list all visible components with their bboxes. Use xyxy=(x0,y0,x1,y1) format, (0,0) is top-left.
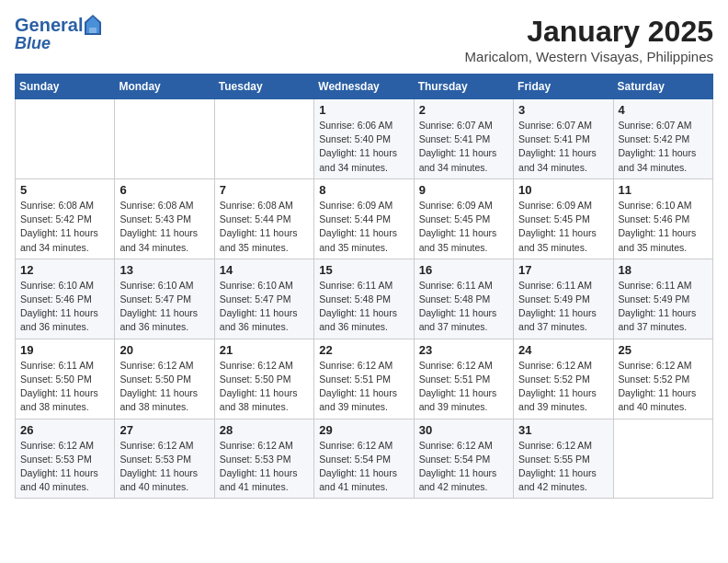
calendar-cell: 4Sunrise: 6:07 AM Sunset: 5:42 PM Daylig… xyxy=(613,99,712,179)
day-info: Sunrise: 6:08 AM Sunset: 5:43 PM Dayligh… xyxy=(119,199,209,255)
calendar-cell: 9Sunrise: 6:09 AM Sunset: 5:45 PM Daylig… xyxy=(414,178,513,259)
calendar-cell xyxy=(214,99,313,179)
day-number: 13 xyxy=(119,263,209,277)
day-info: Sunrise: 6:12 AM Sunset: 5:53 PM Dayligh… xyxy=(119,439,209,495)
day-number: 31 xyxy=(518,423,608,437)
calendar-cell xyxy=(115,99,214,179)
calendar-cell: 27Sunrise: 6:12 AM Sunset: 5:53 PM Dayli… xyxy=(115,419,214,499)
day-info: Sunrise: 6:12 AM Sunset: 5:53 PM Dayligh… xyxy=(20,439,109,495)
day-number: 1 xyxy=(319,103,408,117)
logo-subtext: Blue xyxy=(15,35,51,53)
day-info: Sunrise: 6:10 AM Sunset: 5:47 PM Dayligh… xyxy=(220,279,309,335)
day-number: 23 xyxy=(419,343,508,357)
day-header-saturday: Saturday xyxy=(613,75,712,99)
calendar-cell: 19Sunrise: 6:11 AM Sunset: 5:50 PM Dayli… xyxy=(16,339,115,419)
day-number: 16 xyxy=(419,263,508,277)
day-number: 21 xyxy=(220,343,309,357)
day-info: Sunrise: 6:07 AM Sunset: 5:41 PM Dayligh… xyxy=(419,119,508,175)
calendar-cell: 1Sunrise: 6:06 AM Sunset: 5:40 PM Daylig… xyxy=(314,99,414,179)
calendar-cell xyxy=(16,99,115,179)
day-info: Sunrise: 6:12 AM Sunset: 5:50 PM Dayligh… xyxy=(119,359,209,415)
day-number: 12 xyxy=(20,263,109,277)
day-info: Sunrise: 6:09 AM Sunset: 5:44 PM Dayligh… xyxy=(319,199,408,255)
day-number: 15 xyxy=(319,263,408,277)
day-number: 11 xyxy=(619,183,708,197)
day-number: 14 xyxy=(220,263,309,277)
calendar-cell: 21Sunrise: 6:12 AM Sunset: 5:50 PM Dayli… xyxy=(214,339,313,419)
day-info: Sunrise: 6:11 AM Sunset: 5:50 PM Dayligh… xyxy=(20,359,109,415)
calendar-cell: 3Sunrise: 6:07 AM Sunset: 5:41 PM Daylig… xyxy=(514,99,613,179)
day-number: 18 xyxy=(619,263,708,277)
day-info: Sunrise: 6:12 AM Sunset: 5:54 PM Dayligh… xyxy=(419,439,508,495)
day-header-friday: Friday xyxy=(514,75,613,99)
day-info: Sunrise: 6:11 AM Sunset: 5:49 PM Dayligh… xyxy=(619,279,708,335)
day-number: 20 xyxy=(119,343,209,357)
day-number: 30 xyxy=(419,423,508,437)
day-info: Sunrise: 6:10 AM Sunset: 5:46 PM Dayligh… xyxy=(619,199,708,255)
day-number: 26 xyxy=(20,423,109,437)
calendar-cell: 25Sunrise: 6:12 AM Sunset: 5:52 PM Dayli… xyxy=(613,339,712,419)
month-title: January 2025 xyxy=(465,15,713,49)
calendar-cell: 30Sunrise: 6:12 AM Sunset: 5:54 PM Dayli… xyxy=(414,419,513,499)
calendar-cell: 29Sunrise: 6:12 AM Sunset: 5:54 PM Dayli… xyxy=(314,419,414,499)
day-info: Sunrise: 6:11 AM Sunset: 5:48 PM Dayligh… xyxy=(319,279,408,335)
day-number: 22 xyxy=(319,343,408,357)
calendar-header-row: SundayMondayTuesdayWednesdayThursdayFrid… xyxy=(16,75,713,99)
calendar-table: SundayMondayTuesdayWednesdayThursdayFrid… xyxy=(15,74,713,499)
day-number: 8 xyxy=(319,183,408,197)
day-info: Sunrise: 6:11 AM Sunset: 5:49 PM Dayligh… xyxy=(518,279,608,335)
day-info: Sunrise: 6:09 AM Sunset: 5:45 PM Dayligh… xyxy=(518,199,608,255)
day-info: Sunrise: 6:12 AM Sunset: 5:52 PM Dayligh… xyxy=(518,359,608,415)
calendar-cell: 23Sunrise: 6:12 AM Sunset: 5:51 PM Dayli… xyxy=(414,339,513,419)
calendar-week-5: 26Sunrise: 6:12 AM Sunset: 5:53 PM Dayli… xyxy=(16,419,713,499)
day-header-sunday: Sunday xyxy=(16,75,115,99)
day-number: 28 xyxy=(220,423,309,437)
day-info: Sunrise: 6:07 AM Sunset: 5:42 PM Dayligh… xyxy=(619,119,708,175)
calendar-cell: 6Sunrise: 6:08 AM Sunset: 5:43 PM Daylig… xyxy=(115,178,214,259)
calendar-cell: 16Sunrise: 6:11 AM Sunset: 5:48 PM Dayli… xyxy=(414,259,513,339)
day-number: 29 xyxy=(319,423,408,437)
day-number: 4 xyxy=(619,103,708,117)
day-info: Sunrise: 6:10 AM Sunset: 5:47 PM Dayligh… xyxy=(119,279,209,335)
title-area: January 2025 Maricalom, Western Visayas,… xyxy=(465,15,713,64)
calendar-cell: 13Sunrise: 6:10 AM Sunset: 5:47 PM Dayli… xyxy=(115,259,214,339)
day-info: Sunrise: 6:07 AM Sunset: 5:41 PM Dayligh… xyxy=(518,119,608,175)
day-info: Sunrise: 6:12 AM Sunset: 5:51 PM Dayligh… xyxy=(319,359,408,415)
day-number: 6 xyxy=(119,183,209,197)
calendar-cell: 12Sunrise: 6:10 AM Sunset: 5:46 PM Dayli… xyxy=(16,259,115,339)
day-info: Sunrise: 6:12 AM Sunset: 5:50 PM Dayligh… xyxy=(220,359,309,415)
calendar-cell: 18Sunrise: 6:11 AM Sunset: 5:49 PM Dayli… xyxy=(613,259,712,339)
day-info: Sunrise: 6:08 AM Sunset: 5:42 PM Dayligh… xyxy=(20,199,109,255)
calendar-cell: 5Sunrise: 6:08 AM Sunset: 5:42 PM Daylig… xyxy=(16,178,115,259)
calendar-cell: 8Sunrise: 6:09 AM Sunset: 5:44 PM Daylig… xyxy=(314,178,414,259)
day-number: 19 xyxy=(20,343,109,357)
day-number: 5 xyxy=(20,183,109,197)
calendar-week-1: 1Sunrise: 6:06 AM Sunset: 5:40 PM Daylig… xyxy=(16,99,713,179)
page-header: General Blue January 2025 Maricalom, Wes… xyxy=(15,15,713,64)
calendar-week-2: 5Sunrise: 6:08 AM Sunset: 5:42 PM Daylig… xyxy=(16,178,713,259)
calendar-cell: 17Sunrise: 6:11 AM Sunset: 5:49 PM Dayli… xyxy=(514,259,613,339)
calendar-cell: 14Sunrise: 6:10 AM Sunset: 5:47 PM Dayli… xyxy=(214,259,313,339)
day-info: Sunrise: 6:08 AM Sunset: 5:44 PM Dayligh… xyxy=(220,199,309,255)
day-number: 2 xyxy=(419,103,508,117)
day-header-wednesday: Wednesday xyxy=(314,75,414,99)
day-info: Sunrise: 6:12 AM Sunset: 5:55 PM Dayligh… xyxy=(518,439,608,495)
logo-icon xyxy=(85,15,101,35)
day-info: Sunrise: 6:09 AM Sunset: 5:45 PM Dayligh… xyxy=(419,199,508,255)
calendar-cell: 11Sunrise: 6:10 AM Sunset: 5:46 PM Dayli… xyxy=(613,178,712,259)
calendar-cell: 31Sunrise: 6:12 AM Sunset: 5:55 PM Dayli… xyxy=(514,419,613,499)
day-number: 7 xyxy=(220,183,309,197)
location-subtitle: Maricalom, Western Visayas, Philippines xyxy=(465,49,713,64)
day-number: 10 xyxy=(518,183,608,197)
day-info: Sunrise: 6:12 AM Sunset: 5:54 PM Dayligh… xyxy=(319,439,408,495)
calendar-cell: 7Sunrise: 6:08 AM Sunset: 5:44 PM Daylig… xyxy=(214,178,313,259)
calendar-cell: 10Sunrise: 6:09 AM Sunset: 5:45 PM Dayli… xyxy=(514,178,613,259)
calendar-week-3: 12Sunrise: 6:10 AM Sunset: 5:46 PM Dayli… xyxy=(16,259,713,339)
day-number: 9 xyxy=(419,183,508,197)
calendar-week-4: 19Sunrise: 6:11 AM Sunset: 5:50 PM Dayli… xyxy=(16,339,713,419)
day-info: Sunrise: 6:12 AM Sunset: 5:52 PM Dayligh… xyxy=(619,359,708,415)
calendar-cell: 2Sunrise: 6:07 AM Sunset: 5:41 PM Daylig… xyxy=(414,99,513,179)
day-header-monday: Monday xyxy=(115,75,214,99)
day-info: Sunrise: 6:12 AM Sunset: 5:51 PM Dayligh… xyxy=(419,359,508,415)
calendar-cell: 26Sunrise: 6:12 AM Sunset: 5:53 PM Dayli… xyxy=(16,419,115,499)
